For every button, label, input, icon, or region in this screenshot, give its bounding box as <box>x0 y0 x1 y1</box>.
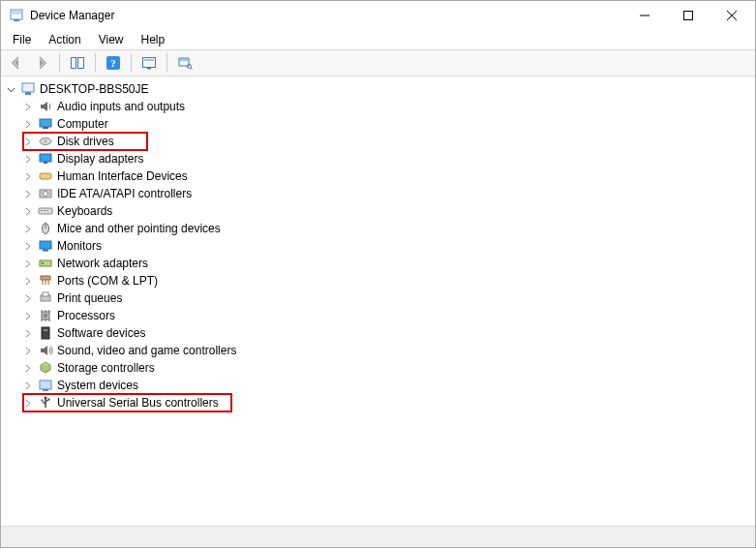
tree-item-network-adapters[interactable]: Network adapters <box>20 255 753 272</box>
expander-closed-icon[interactable] <box>22 118 34 130</box>
device-tree[interactable]: DESKTOP-BBS50JE Audio inputs and outputs… <box>1 76 755 526</box>
tree-item-label: Human Interface Devices <box>57 169 188 183</box>
add-legacy-hardware-button[interactable] <box>173 52 197 74</box>
expander-closed-icon[interactable] <box>22 292 34 304</box>
tree-root[interactable]: DESKTOP-BBS50JE <box>3 80 753 98</box>
expander-closed-icon[interactable] <box>22 136 34 147</box>
forward-button <box>30 52 53 74</box>
expander-open-icon[interactable] <box>5 83 16 95</box>
menu-view[interactable]: View <box>91 32 132 47</box>
window-title: Device Manager <box>30 9 114 22</box>
tree-item-usb-controllers[interactable]: Universal Serial Bus controllers <box>20 394 753 411</box>
tree-item-processors[interactable]: Processors <box>20 307 753 324</box>
disk-drives-icon <box>38 134 53 149</box>
mice-pointing-devices-icon <box>38 221 53 236</box>
human-interface-devices-icon <box>38 168 53 184</box>
tree-item-display-adapters[interactable]: Display adapters <box>20 150 753 167</box>
tree-item-label: Display adapters <box>57 152 143 166</box>
menu-action[interactable]: Action <box>41 32 88 47</box>
svg-rect-3 <box>683 12 692 20</box>
svg-rect-14 <box>22 83 34 92</box>
toolbar-separator <box>95 53 96 73</box>
expander-closed-icon[interactable] <box>22 345 34 356</box>
toolbar-separator <box>59 53 60 73</box>
network-adapters-icon <box>38 256 53 271</box>
help-button[interactable]: ? <box>102 52 125 74</box>
tree-item-computer[interactable]: Computer <box>20 115 753 133</box>
close-button[interactable] <box>710 1 753 30</box>
tree-item-monitors[interactable]: Monitors <box>20 237 753 255</box>
tree-item-label: Sound, video and game controllers <box>57 344 236 357</box>
root-label: DESKTOP-BBS50JE <box>40 82 149 96</box>
expander-closed-icon[interactable] <box>22 240 34 252</box>
expander-closed-icon[interactable] <box>22 397 34 409</box>
tree-item-keyboards[interactable]: Keyboards <box>20 202 753 220</box>
expander-closed-icon[interactable] <box>22 258 34 269</box>
svg-rect-5 <box>78 58 84 69</box>
expander-closed-icon[interactable] <box>22 205 34 217</box>
tree-item-label: Computer <box>57 117 108 131</box>
tree-item-label: Mice and other pointing devices <box>57 222 221 235</box>
print-queues-icon <box>38 290 53 306</box>
tree-item-ide-atapi-controllers[interactable]: IDE ATA/ATAPI controllers <box>20 185 753 202</box>
show-hide-console-tree-button[interactable] <box>66 52 89 74</box>
expander-closed-icon[interactable] <box>22 188 34 199</box>
tree-item-label: Universal Serial Bus controllers <box>57 396 219 410</box>
expander-closed-icon[interactable] <box>22 275 34 287</box>
tree-item-ports-com-lpt[interactable]: Ports (COM & LPT) <box>20 272 753 289</box>
menu-help[interactable]: Help <box>134 32 173 47</box>
tree-item-audio-inputs-outputs[interactable]: Audio inputs and outputs <box>20 98 753 115</box>
menu-file[interactable]: File <box>5 32 39 47</box>
system-devices-icon <box>38 378 53 393</box>
scan-hardware-button[interactable] <box>137 52 161 74</box>
title-bar: Device Manager <box>1 1 755 30</box>
expander-closed-icon[interactable] <box>22 101 34 112</box>
tree-item-mice-pointing-devices[interactable]: Mice and other pointing devices <box>20 220 753 237</box>
tree-item-print-queues[interactable]: Print queues <box>20 289 753 307</box>
software-devices-icon <box>38 325 53 341</box>
tree-item-label: Storage controllers <box>57 361 155 375</box>
svg-rect-1 <box>12 11 21 15</box>
tree-item-label: System devices <box>57 379 138 392</box>
expander-closed-icon[interactable] <box>22 362 34 374</box>
svg-rect-9 <box>144 59 154 61</box>
keyboards-icon <box>38 203 53 219</box>
svg-rect-15 <box>25 92 31 95</box>
app-icon <box>9 8 24 23</box>
tree-item-label: Software devices <box>57 326 145 340</box>
tree-item-system-devices[interactable]: System devices <box>20 377 753 394</box>
toolbar-separator <box>166 53 167 73</box>
tree-item-human-interface-devices[interactable]: Human Interface Devices <box>20 167 753 185</box>
tree-item-sound-video-game-controllers[interactable]: Sound, video and game controllers <box>20 342 753 359</box>
toolbar: ? <box>1 49 755 76</box>
audio-inputs-outputs-icon <box>38 99 53 114</box>
svg-text:?: ? <box>110 57 116 69</box>
expander-closed-icon[interactable] <box>22 170 34 182</box>
tree-item-software-devices[interactable]: Software devices <box>20 324 753 342</box>
status-bar <box>1 526 755 547</box>
expander-closed-icon[interactable] <box>22 380 34 391</box>
expander-closed-icon[interactable] <box>22 327 34 339</box>
tree-item-storage-controllers[interactable]: Storage controllers <box>20 359 753 377</box>
toolbar-separator <box>131 53 132 73</box>
tree-item-label: Network adapters <box>57 257 148 270</box>
menu-bar: File Action View Help <box>1 30 755 49</box>
minimize-button[interactable] <box>622 1 666 30</box>
expander-closed-icon[interactable] <box>22 223 34 234</box>
svg-rect-12 <box>180 59 188 61</box>
maximize-button[interactable] <box>666 1 710 30</box>
tree-item-label: Disk drives <box>57 135 114 148</box>
computer-icon <box>38 116 53 132</box>
tree-item-label: Ports (COM & LPT) <box>57 274 158 288</box>
svg-rect-4 <box>72 58 76 69</box>
sound-video-game-controllers-icon <box>38 343 53 358</box>
tree-item-disk-drives[interactable]: Disk drives <box>20 133 753 150</box>
back-button <box>5 52 28 74</box>
expander-closed-icon[interactable] <box>22 310 34 321</box>
display-adapters-icon <box>38 151 53 167</box>
ide-atapi-controllers-icon <box>38 186 53 201</box>
ports-com-lpt-icon <box>38 273 53 289</box>
svg-rect-2 <box>14 19 19 21</box>
tree-item-label: Processors <box>57 309 115 322</box>
expander-closed-icon[interactable] <box>22 153 34 165</box>
